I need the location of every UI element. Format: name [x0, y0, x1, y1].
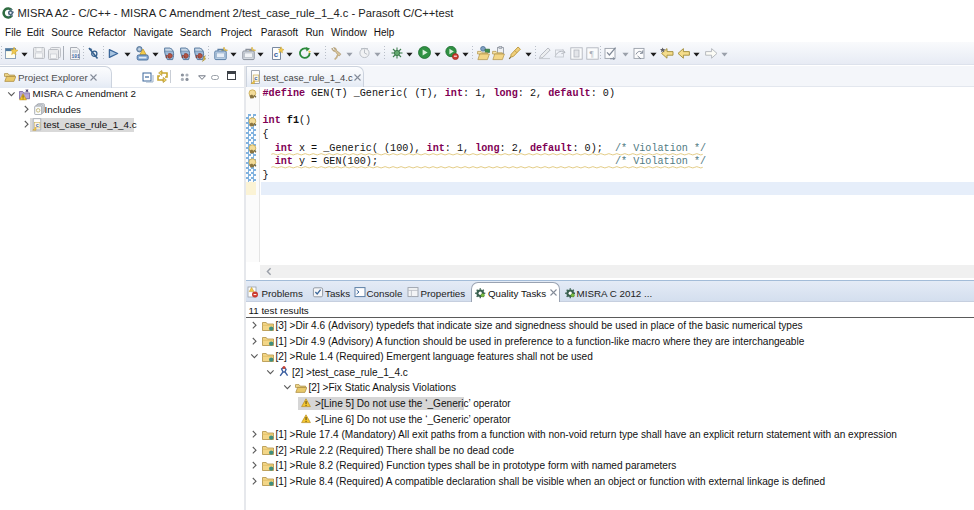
svg-text:c: c [274, 50, 279, 59]
svg-text:101: 101 [72, 54, 81, 59]
svg-text:¶: ¶ [589, 49, 593, 59]
